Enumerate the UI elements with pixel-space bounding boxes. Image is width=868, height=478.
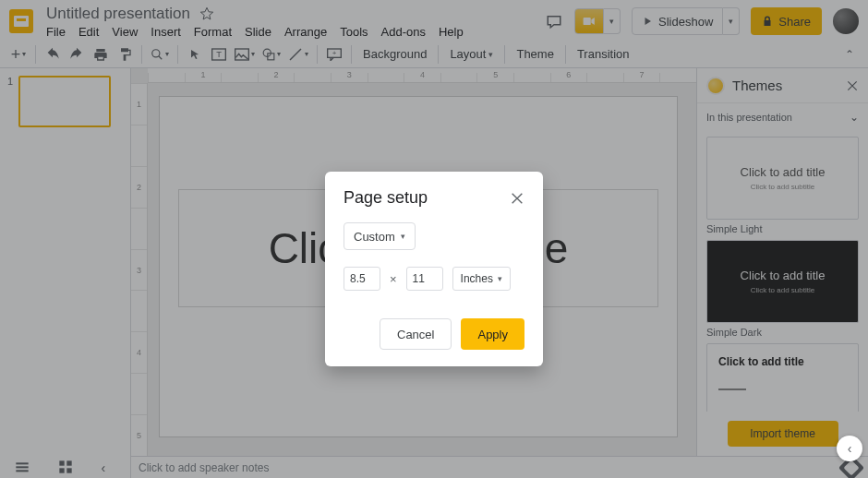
dialog-title: Page setup xyxy=(344,188,428,208)
page-setup-dialog: Page setup Custom ▾ × Inches ▾ Cancel Ap… xyxy=(325,172,543,366)
preset-dropdown[interactable]: Custom ▾ xyxy=(344,222,416,250)
cancel-button[interactable]: Cancel xyxy=(380,318,452,350)
preset-value: Custom xyxy=(354,230,395,244)
chevron-down-icon: ▾ xyxy=(498,274,502,283)
close-icon[interactable] xyxy=(510,191,524,206)
apply-button[interactable]: Apply xyxy=(461,318,524,350)
unit-dropdown[interactable]: Inches ▾ xyxy=(452,267,511,291)
unit-value: Inches xyxy=(461,272,493,285)
height-input[interactable] xyxy=(406,267,443,291)
dim-separator: × xyxy=(390,272,397,286)
side-panel-chevron[interactable]: ‹ xyxy=(837,436,862,461)
chevron-down-icon: ▾ xyxy=(401,232,405,241)
width-input[interactable] xyxy=(344,267,380,291)
